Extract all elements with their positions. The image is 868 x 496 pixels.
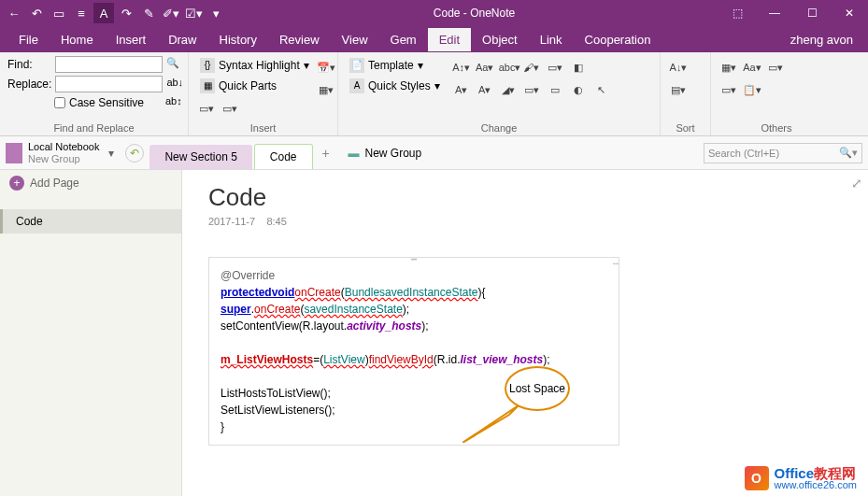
notebook-group: New Group [28,153,99,164]
search-icon[interactable]: 🔍 [166,57,180,72]
styles-icon: A [349,78,364,93]
search-icon: 🔍▾ [839,147,858,159]
paint-icon[interactable]: 🖌▾ [521,56,542,77]
group-icon: ▬ [349,147,360,160]
list-icon[interactable]: ≡ [71,3,92,23]
template-icon: 📄 [349,58,364,73]
dock-icon[interactable]: ▭ [49,3,69,23]
others-icon-3[interactable]: Aa▾ [742,56,762,77]
template-button[interactable]: 📄Template▾ [346,56,444,75]
redo-icon[interactable]: ↷ [116,3,136,23]
group-change: Change [338,122,660,134]
expand-icon[interactable]: ⤢ [851,176,862,191]
tab-view[interactable]: View [331,28,379,51]
section-tab[interactable]: Code [254,144,313,169]
find-input[interactable] [55,56,163,73]
qat-more-icon[interactable]: ▾ [206,3,226,23]
code-container[interactable]: ┅ ↔ @Override protectedvoidonCreate(Bund… [208,257,619,446]
replace-next-icon[interactable]: ab↓ [166,77,181,92]
section-tab[interactable]: New Section 5 [149,145,251,169]
close-icon[interactable]: ✕ [831,0,868,26]
change-icon-2[interactable]: ◧ [568,56,589,77]
change-icon-3[interactable]: ▭▾ [521,78,542,99]
page-date: 2017-11-7 8:45 [208,216,842,227]
nav-back-button[interactable]: ↶ [125,144,144,163]
group-find-replace: Find and Replace [0,122,188,134]
plus-icon: + [9,176,24,191]
insert-icon-2[interactable]: ▭▾ [220,97,240,118]
font-color-icon[interactable]: A▾ [451,78,472,99]
group-sort: Sort [661,122,710,134]
page-title[interactable]: Code [208,183,842,212]
tab-cooperation[interactable]: Cooperation [574,28,662,51]
user-name[interactable]: zheng avon [790,33,861,47]
office-logo-icon: O [745,466,769,490]
tab-history[interactable]: History [208,28,268,51]
brush-icon[interactable]: ✎ [138,3,159,23]
add-section-button[interactable]: + [315,146,337,161]
cursor-icon[interactable]: ↖ [591,78,612,99]
font-size-icon[interactable]: A↕▾ [451,56,472,77]
tab-object[interactable]: Object [471,28,529,51]
code-icon: {} [200,58,215,73]
table-icon[interactable]: ▦▾ [316,78,336,99]
window-title: Code - OneNote [230,7,719,20]
maximize-icon[interactable]: ☐ [793,0,831,26]
page-item[interactable]: Code [0,209,181,234]
change-icon-5[interactable]: ◐ [568,78,589,99]
group-insert: Insert [189,122,337,134]
case-sensitive-checkbox[interactable] [54,97,65,108]
ribbon-toggle-icon[interactable]: ⬚ [719,0,756,26]
resize-icon[interactable]: ↔ [611,256,620,270]
add-page-button[interactable]: + Add Page [0,170,181,196]
back-icon[interactable]: ← [4,3,24,23]
tab-file[interactable]: File [7,28,50,51]
notebook-icon [6,143,22,163]
font-icon[interactable]: Aa▾ [475,56,495,77]
fill-icon[interactable]: ◢▾ [498,78,519,99]
tab-home[interactable]: Home [50,28,105,51]
change-icon-1[interactable]: ▭▾ [545,56,565,77]
tab-gem[interactable]: Gem [379,28,428,51]
drag-handle-icon[interactable]: ┅ [411,252,417,266]
others-icon-2[interactable]: ▭▾ [719,78,739,99]
quick-styles-button[interactable]: AQuick Styles▾ [346,77,444,95]
chevron-down-icon: ▾ [108,147,114,160]
find-label: Find: [7,58,51,71]
notebook-selector[interactable]: Local Notebook New Group ▾ [0,141,120,163]
undo-icon[interactable]: ↶ [26,3,47,23]
new-group-tab[interactable]: ▬ New Group [337,141,434,165]
insert-icon-1[interactable]: ▭▾ [196,97,217,118]
others-icon-1[interactable]: ▦▾ [719,56,739,77]
callout-lost-space: Lost Space [505,366,570,411]
minimize-icon[interactable]: — [756,0,793,26]
syntax-highlight-button[interactable]: {}Syntax Highlight▾ [196,56,313,75]
change-icon-4[interactable]: ▭ [545,78,565,99]
tab-link[interactable]: Link [529,28,574,51]
calendar-icon[interactable]: 📅▾ [316,56,336,77]
sort-asc-icon[interactable]: A↓▾ [668,56,689,77]
marker-icon[interactable]: ✐▾ [161,3,181,23]
case-sensitive-label: Case Sensitive [69,96,144,109]
tab-edit[interactable]: Edit [428,28,471,51]
notebook-name: Local Notebook [28,141,99,152]
parts-icon: ▦ [200,78,215,93]
tab-review[interactable]: Review [268,28,331,51]
highlight-icon[interactable]: A [93,3,114,23]
tab-draw[interactable]: Draw [157,28,207,51]
replace-label: Replace: [7,78,51,91]
tab-insert[interactable]: Insert [105,28,158,51]
replace-all-icon[interactable]: ab↕ [165,95,180,110]
check-icon[interactable]: ☑▾ [183,3,204,23]
others-icon-4[interactable]: 📋▾ [742,78,762,99]
highlight-color-icon[interactable]: A▾ [475,78,495,99]
quick-parts-button[interactable]: ▦Quick Parts [196,77,313,95]
spellcheck-icon[interactable]: abc▾ [498,56,519,77]
watermark: O Office教程网 www.office26.com [745,466,857,490]
search-input[interactable]: Search (Ctrl+E) 🔍▾ [704,143,862,163]
sort-icon-2[interactable]: ▤▾ [668,78,689,99]
others-icon-5[interactable]: ▭▾ [765,56,786,77]
replace-input[interactable] [55,76,163,92]
group-others: Others [711,122,842,134]
